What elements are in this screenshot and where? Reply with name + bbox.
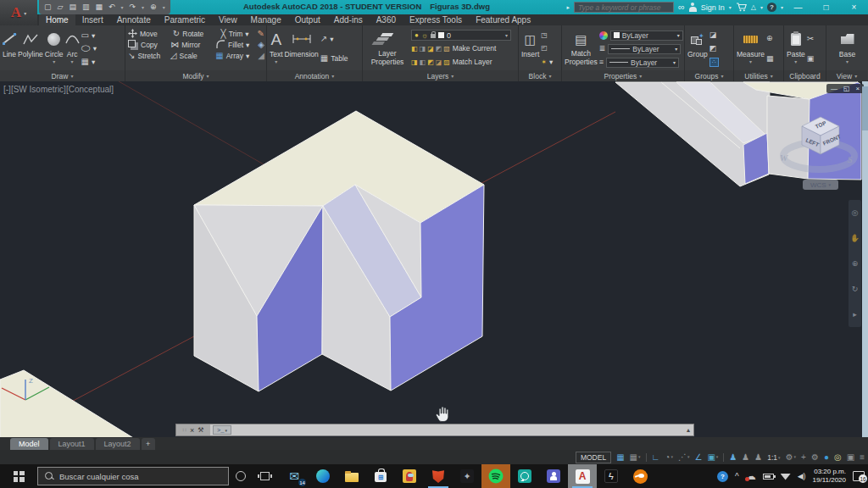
rotate-button[interactable]: ↻Rotate: [173, 28, 213, 39]
scale-button[interactable]: ◿Scale: [170, 50, 207, 61]
tab-manage[interactable]: Manage: [244, 14, 288, 25]
taskbar-search-input[interactable]: [59, 472, 221, 481]
solid-main[interactable]: [194, 111, 484, 391]
maximize-button[interactable]: □: [812, 0, 840, 14]
layer-properties-button[interactable]: Layer Properties: [365, 27, 409, 70]
app-whatsapp[interactable]: [510, 464, 539, 488]
block-panel-label[interactable]: Block▾: [519, 70, 561, 81]
binoculars-search-icon[interactable]: ∞: [678, 3, 685, 12]
cortana-button[interactable]: [229, 464, 253, 488]
hatch-tool[interactable]: ▦▾: [81, 57, 96, 68]
a360-icon[interactable]: △: [751, 3, 756, 11]
lineweight-dropdown[interactable]: ByLayer▾: [608, 44, 681, 54]
erase-button[interactable]: ✎: [258, 28, 264, 39]
steering-wheel-icon[interactable]: ◎: [852, 208, 859, 217]
battery-icon[interactable]: [763, 474, 774, 480]
sign-in-button[interactable]: Sign In: [701, 3, 725, 12]
viewport-restore-icon[interactable]: ◱: [843, 85, 850, 92]
tray-expand-icon[interactable]: ^: [735, 472, 739, 481]
object-snap-icon[interactable]: ▣▾: [707, 453, 718, 462]
annotation-settings-gear-icon[interactable]: ⚙▾: [786, 453, 796, 462]
tab-featured-apps[interactable]: Featured Apps: [469, 14, 537, 25]
wifi-icon[interactable]: [781, 473, 791, 480]
onedrive-alert-icon[interactable]: ☁: [746, 470, 756, 482]
utilities-panel-label[interactable]: Utilities▾: [734, 70, 783, 81]
tab-layout2[interactable]: Layout2: [96, 438, 140, 450]
annotation-visibility-icon[interactable]: ♟: [729, 453, 737, 462]
open-icon[interactable]: ▱: [58, 3, 64, 11]
command-recent-button[interactable]: >_▾: [213, 425, 231, 435]
new-icon[interactable]: ▢: [44, 3, 52, 11]
app-spotify[interactable]: [481, 464, 510, 488]
annotation-autoscale-icon[interactable]: ♟: [742, 453, 749, 462]
paste-button[interactable]: Paste ▾: [787, 27, 805, 70]
viewcube-south-label[interactable]: S: [848, 154, 853, 164]
object-snap-tracking-icon[interactable]: ∠: [694, 453, 702, 462]
notification-center-icon[interactable]: 16: [853, 471, 865, 481]
tab-add-ins[interactable]: Add-ins: [327, 14, 370, 25]
speaker-icon[interactable]: ◀): [798, 472, 806, 480]
task-view-button[interactable]: [253, 464, 276, 488]
circle-button[interactable]: Circle ▾: [45, 27, 64, 70]
app-brave[interactable]: [424, 464, 453, 488]
clean-screen-icon[interactable]: ▣: [847, 453, 854, 462]
group-button[interactable]: Group: [687, 27, 708, 70]
tab-parametric[interactable]: Parametric: [158, 14, 212, 25]
start-button[interactable]: [0, 464, 37, 488]
customization-menu-icon[interactable]: ≡: [860, 453, 865, 462]
canvas-scrollbar-thumb[interactable]: [862, 86, 868, 130]
table-tool[interactable]: ▦Table: [320, 53, 348, 64]
cart-icon[interactable]: [736, 3, 747, 12]
orbit-icon[interactable]: ↻: [852, 285, 859, 293]
minimize-button[interactable]: —: [784, 0, 812, 14]
tab-layout1[interactable]: Layout1: [50, 438, 94, 450]
tab-a360[interactable]: A360: [370, 14, 403, 25]
app-edge[interactable]: [309, 464, 337, 488]
group-edit-tool[interactable]: ◩: [709, 43, 717, 54]
groups-panel-label[interactable]: Groups▾: [685, 70, 733, 81]
object-color-dropdown[interactable]: ByLayer▾: [610, 30, 683, 41]
tab-insert[interactable]: Insert: [75, 14, 110, 25]
group-selection-toggle[interactable]: ∴: [709, 57, 719, 68]
snap-mode-icon[interactable]: ▦▾: [630, 453, 641, 462]
save-as-icon[interactable]: ▥: [82, 3, 90, 11]
rectangle-tool[interactable]: ▭▾: [81, 30, 96, 41]
text-button[interactable]: A Text▾: [270, 27, 283, 70]
a360-caret-icon[interactable]: ▾: [760, 4, 763, 10]
qat-customize-caret-icon[interactable]: ▾: [163, 5, 165, 10]
application-menu-button[interactable]: A ▾: [0, 0, 37, 25]
isometric-drafting-icon[interactable]: ⋰▾: [678, 453, 690, 462]
taskbar-clock[interactable]: 03:20 p.m. 19/11/2020: [813, 468, 846, 485]
view-panel-label[interactable]: View▾: [826, 70, 867, 81]
annotation-panel-label[interactable]: Annotation▾: [267, 70, 362, 81]
zoom-extents-icon[interactable]: ⊕: [852, 259, 859, 268]
ellipse-tool[interactable]: ◯▾: [81, 43, 97, 54]
undo-caret-icon[interactable]: ▾: [121, 5, 124, 10]
linetype-dropdown[interactable]: ByLayer▾: [606, 58, 679, 68]
viewport-minimize-icon[interactable]: —: [831, 85, 837, 92]
bottom-left-top-face[interactable]: [0, 370, 146, 437]
create-block-tool[interactable]: ◳: [541, 30, 548, 41]
mirror-button[interactable]: ⋈Mirror: [170, 39, 208, 50]
drawing-area[interactable]: Z: [0, 81, 868, 437]
redo-caret-icon[interactable]: ▾: [142, 5, 144, 10]
app-lightning[interactable]: ϟ: [597, 464, 626, 488]
explode-button[interactable]: ◈: [258, 39, 264, 50]
draw-panel-label[interactable]: Draw▾: [0, 70, 125, 81]
leader-tool[interactable]: ↗▾: [320, 33, 334, 44]
layer-dropdown[interactable]: ● ☼ 0 ▾: [411, 30, 511, 41]
color-wheel-icon[interactable]: [599, 31, 608, 40]
app-mail[interactable]: ✉14: [280, 464, 309, 488]
user-avatar-icon[interactable]: [689, 3, 697, 12]
canvas-scrollbar[interactable]: [862, 81, 868, 437]
command-history-icon[interactable]: ▴: [687, 426, 693, 434]
add-status-icon[interactable]: +: [801, 453, 806, 462]
arc-button[interactable]: Arc ▾: [65, 27, 80, 70]
fade-button[interactable]: ◢: [258, 50, 264, 61]
copy-button[interactable]: Copy: [128, 39, 162, 50]
tab-output[interactable]: Output: [288, 14, 327, 25]
model-space-button[interactable]: MODEL: [576, 452, 611, 463]
line-button[interactable]: Line: [3, 27, 16, 70]
workspace-switching-icon[interactable]: ⚙: [811, 453, 819, 462]
grid-display-icon[interactable]: ▦: [616, 453, 624, 462]
